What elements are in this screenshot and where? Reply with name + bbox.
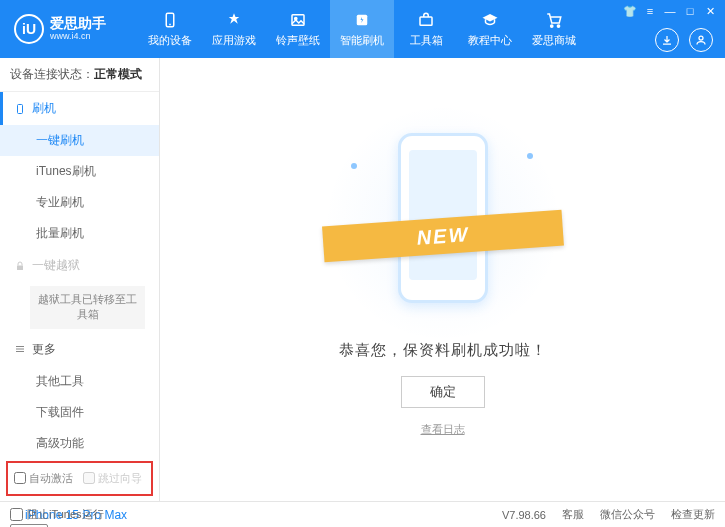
svg-point-7	[557, 25, 559, 27]
nav-label: 我的设备	[148, 33, 192, 48]
options-row: 自动激活 跳过向导	[6, 461, 153, 496]
main-nav: 我的设备 应用游戏 铃声壁纸 智能刷机 工具箱 教程中心 爱思商城	[138, 0, 586, 58]
sidebar-item-batch-flash[interactable]: 批量刷机	[0, 218, 159, 249]
svg-rect-10	[17, 265, 23, 270]
header-actions	[655, 28, 713, 52]
skip-guide-checkbox[interactable]: 跳过向导	[83, 471, 142, 486]
minimize-icon[interactable]: —	[663, 4, 677, 18]
logo: iU 爱思助手 www.i4.cn	[8, 14, 138, 44]
jailbreak-note: 越狱工具已转移至工具箱	[30, 286, 145, 329]
phone-icon	[160, 10, 180, 30]
nav-label: 教程中心	[468, 33, 512, 48]
sidebar-item-download-firmware[interactable]: 下载固件	[0, 397, 159, 428]
sidebar-item-other-tools[interactable]: 其他工具	[0, 366, 159, 397]
svg-rect-9	[18, 104, 23, 113]
sidebar-item-onekey-flash[interactable]: 一键刷机	[0, 125, 159, 156]
nav-my-device[interactable]: 我的设备	[138, 0, 202, 58]
svg-point-8	[699, 36, 703, 40]
maximize-icon[interactable]: □	[683, 4, 697, 18]
block-itunes-checkbox[interactable]: 阻止iTunes运行	[10, 507, 104, 522]
sidebar-item-itunes-flash[interactable]: iTunes刷机	[0, 156, 159, 187]
toolbox-icon	[416, 10, 436, 30]
sidebar-section-more[interactable]: 更多	[0, 333, 159, 366]
nav-tutorials[interactable]: 教程中心	[458, 0, 522, 58]
nav-flash[interactable]: 智能刷机	[330, 0, 394, 58]
main-content: NEW 恭喜您，保资料刷机成功啦！ 确定 查看日志	[160, 58, 725, 501]
nav-ringtones[interactable]: 铃声壁纸	[266, 0, 330, 58]
sidebar: 设备连接状态：正常模式 刷机 一键刷机 iTunes刷机 专业刷机 批量刷机 一…	[0, 58, 160, 501]
download-button[interactable]	[655, 28, 679, 52]
flash-icon	[352, 10, 372, 30]
success-message: 恭喜您，保资料刷机成功啦！	[339, 341, 547, 360]
nav-toolbox[interactable]: 工具箱	[394, 0, 458, 58]
nav-apps[interactable]: 应用游戏	[202, 0, 266, 58]
menu-icon[interactable]: ≡	[643, 4, 657, 18]
device-status: 设备连接状态：正常模式	[0, 58, 159, 92]
footer-link-update[interactable]: 检查更新	[671, 507, 715, 522]
image-icon	[288, 10, 308, 30]
footer-link-support[interactable]: 客服	[562, 507, 584, 522]
version-label: V7.98.66	[502, 509, 546, 521]
nav-label: 智能刷机	[340, 33, 384, 48]
ok-button[interactable]: 确定	[401, 376, 485, 408]
sidebar-item-advanced[interactable]: 高级功能	[0, 428, 159, 459]
logo-subtitle: www.i4.cn	[50, 32, 106, 42]
window-controls: 👕 ≡ — □ ✕	[623, 4, 717, 18]
close-icon[interactable]: ✕	[703, 4, 717, 18]
sidebar-section-jailbreak: 一键越狱	[0, 249, 159, 282]
sidebar-item-pro-flash[interactable]: 专业刷机	[0, 187, 159, 218]
logo-title: 爱思助手	[50, 16, 106, 31]
cart-icon	[544, 10, 564, 30]
grad-cap-icon	[480, 10, 500, 30]
svg-point-6	[551, 25, 553, 27]
auto-activate-checkbox[interactable]: 自动激活	[14, 471, 73, 486]
skin-icon[interactable]: 👕	[623, 4, 637, 18]
user-button[interactable]	[689, 28, 713, 52]
nav-label: 工具箱	[410, 33, 443, 48]
nav-label: 铃声壁纸	[276, 33, 320, 48]
view-log-link[interactable]: 查看日志	[421, 422, 465, 437]
svg-rect-5	[420, 17, 432, 25]
success-illustration: NEW	[343, 123, 543, 323]
nav-store[interactable]: 爱思商城	[522, 0, 586, 58]
nav-label: 爱思商城	[532, 33, 576, 48]
sidebar-section-flash[interactable]: 刷机	[0, 92, 159, 125]
logo-icon: iU	[14, 14, 44, 44]
app-header: iU 爱思助手 www.i4.cn 我的设备 应用游戏 铃声壁纸 智能刷机 工具…	[0, 0, 725, 58]
new-banner: NEW	[322, 209, 564, 262]
nav-label: 应用游戏	[212, 33, 256, 48]
apps-icon	[224, 10, 244, 30]
footer-link-wechat[interactable]: 微信公众号	[600, 507, 655, 522]
svg-rect-2	[292, 15, 304, 26]
